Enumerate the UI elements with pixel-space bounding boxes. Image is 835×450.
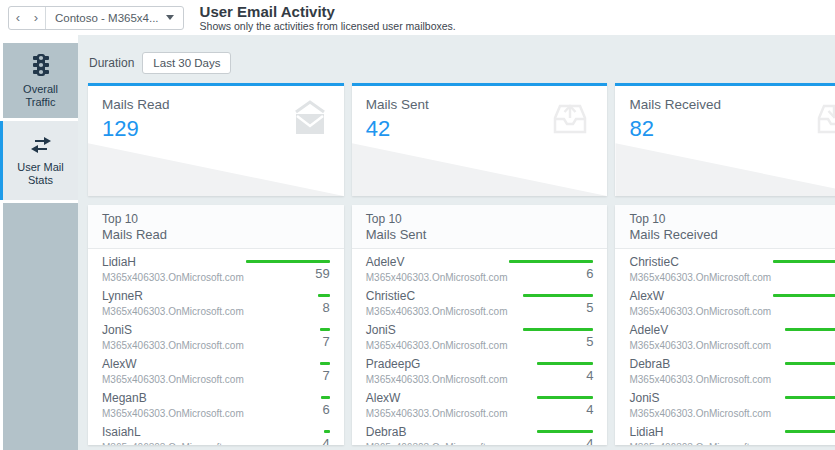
list-item: DebraB M365x406303.OnMicrosoft.com 6 <box>629 353 835 387</box>
sidebar-item-label: User Mail Stats <box>5 161 76 187</box>
metric-bar <box>785 328 835 331</box>
top10-list: ChristieC M365x406303.OnMicrosoft.com 7 … <box>615 249 835 445</box>
user-block: AdeleV M365x406303.OnMicrosoft.com <box>629 324 771 352</box>
list-item: ChristieC M365x406303.OnMicrosoft.com 5 <box>366 285 594 319</box>
user-domain: M365x406303.OnMicrosoft.com <box>366 408 508 420</box>
user-domain: M365x406303.OnMicrosoft.com <box>629 340 771 352</box>
list-item: AdeleV M365x406303.OnMicrosoft.com 6 <box>366 251 594 285</box>
user-name: AlexW <box>366 392 508 405</box>
card-value: 42 <box>366 116 594 142</box>
tenant-nav-control: ‹ › Contoso - M365x4... <box>8 6 184 30</box>
metric-block: 6 <box>771 358 835 383</box>
user-name: MeganB <box>102 392 244 405</box>
list-item: JoniS M365x406303.OnMicrosoft.com 6 <box>629 387 835 421</box>
top10-label: Top 10 <box>629 212 835 226</box>
metric-value: 7 <box>771 300 835 315</box>
sidebar-item-user-mail-stats[interactable]: User Mail Stats <box>0 121 78 200</box>
list-item: AlexW M365x406303.OnMicrosoft.com 4 <box>366 387 594 421</box>
tenant-dropdown-label: Contoso - M365x4... <box>55 12 159 24</box>
metric-block: 4 <box>507 426 593 445</box>
card-title: Mails Read <box>102 97 330 112</box>
card-value: 129 <box>102 116 330 142</box>
user-name: LidiaH <box>629 426 771 439</box>
metric-bar <box>318 294 329 297</box>
mails-read-card: Mails Read 129 <box>88 83 344 196</box>
user-block: DebraB M365x406303.OnMicrosoft.com <box>366 426 508 445</box>
user-domain: M365x406303.OnMicrosoft.com <box>629 306 771 318</box>
top-lists-row: Top 10 Mails Read LidiaH M365x406303.OnM… <box>88 205 835 445</box>
tenant-dropdown[interactable]: Contoso - M365x4... <box>46 7 183 29</box>
back-button[interactable]: ‹ <box>9 7 27 29</box>
user-name: DebraB <box>366 426 508 439</box>
user-name: DebraB <box>629 358 771 371</box>
metric-bar <box>785 430 835 433</box>
content-area: Duration Last 30 Days Mails Read 129 <box>78 35 835 450</box>
list-item: JoniS M365x406303.OnMicrosoft.com 5 <box>366 319 594 353</box>
list-item: IsaiahL M365x406303.OnMicrosoft.com 4 <box>102 421 330 445</box>
metric-value: 7 <box>244 334 330 349</box>
user-name: LidiaH <box>102 256 244 269</box>
metric-value: 59 <box>244 266 330 281</box>
mails-sent-card: Mails Sent 42 <box>352 83 608 196</box>
user-block: MeganB M365x406303.OnMicrosoft.com <box>102 392 244 420</box>
metric-value: 6 <box>507 266 593 281</box>
user-block: AdeleV M365x406303.OnMicrosoft.com <box>366 256 508 284</box>
metric-bar <box>324 430 330 433</box>
top10-list: AdeleV M365x406303.OnMicrosoft.com 6 Chr… <box>352 249 608 445</box>
metric-block: 59 <box>244 256 330 281</box>
top10-list: LidiaH M365x406303.OnMicrosoft.com 59 Ly… <box>88 249 344 445</box>
metric-bar <box>537 430 593 433</box>
duration-label: Duration <box>89 56 134 70</box>
metric-bar <box>320 362 330 365</box>
user-name: IsaiahL <box>102 426 244 439</box>
user-block: AlexW M365x406303.OnMicrosoft.com <box>102 358 244 386</box>
user-name: AlexW <box>629 290 771 303</box>
card-title: Mails Received <box>629 97 835 112</box>
user-domain: M365x406303.OnMicrosoft.com <box>629 442 771 445</box>
user-name: ChristieC <box>366 290 508 303</box>
metric-bar <box>785 396 835 399</box>
metric-block: 6 <box>244 392 330 417</box>
top10-metric-label: Mails Read <box>102 227 330 242</box>
metric-block: 5 <box>507 324 593 349</box>
sidebar-filler <box>3 203 78 450</box>
metric-block: 6 <box>771 392 835 417</box>
metric-bar <box>523 328 593 331</box>
filter-row: Duration Last 30 Days <box>88 52 835 74</box>
metric-block: 7 <box>771 256 835 281</box>
list-item: LynneR M365x406303.OnMicrosoft.com 8 <box>102 285 330 319</box>
card-title: Mails Sent <box>366 97 594 112</box>
user-name: JoniS <box>629 392 771 405</box>
metric-block: 4 <box>507 392 593 417</box>
user-domain: M365x406303.OnMicrosoft.com <box>102 442 244 445</box>
user-name: JoniS <box>102 324 244 337</box>
user-block: PradeepG M365x406303.OnMicrosoft.com <box>366 358 508 386</box>
metric-block: 5 <box>507 290 593 315</box>
top10-mails-received-card: Top 10 Mails Received ChristieC M365x406… <box>615 205 835 445</box>
user-domain: M365x406303.OnMicrosoft.com <box>629 408 771 420</box>
metric-value: 5 <box>507 300 593 315</box>
user-name: AdeleV <box>629 324 771 337</box>
user-domain: M365x406303.OnMicrosoft.com <box>102 340 244 352</box>
metric-value: 4 <box>244 436 330 445</box>
list-item: AdeleV M365x406303.OnMicrosoft.com 6 <box>629 319 835 353</box>
user-block: DebraB M365x406303.OnMicrosoft.com <box>629 358 771 386</box>
title-block: User Email Activity Shows only the activ… <box>200 3 456 32</box>
user-name: ChristieC <box>629 256 771 269</box>
sidebar-item-overall-traffic[interactable]: Overall Traffic <box>3 43 78 118</box>
metric-block: 7 <box>771 290 835 315</box>
user-block: JoniS M365x406303.OnMicrosoft.com <box>629 392 771 420</box>
list-item: AlexW M365x406303.OnMicrosoft.com 7 <box>102 353 330 387</box>
metric-bar <box>773 260 835 263</box>
metric-bar <box>773 294 835 297</box>
user-block: AlexW M365x406303.OnMicrosoft.com <box>366 392 508 420</box>
chevron-down-icon <box>166 15 174 20</box>
card-value: 82 <box>629 116 835 142</box>
duration-button[interactable]: Last 30 Days <box>142 52 231 74</box>
metric-block: 8 <box>244 290 330 315</box>
user-block: JoniS M365x406303.OnMicrosoft.com <box>366 324 508 352</box>
top10-metric-label: Mails Received <box>629 227 835 242</box>
metric-value: 6 <box>771 368 835 383</box>
forward-button[interactable]: › <box>27 7 45 29</box>
user-block: ChristieC M365x406303.OnMicrosoft.com <box>366 290 508 318</box>
